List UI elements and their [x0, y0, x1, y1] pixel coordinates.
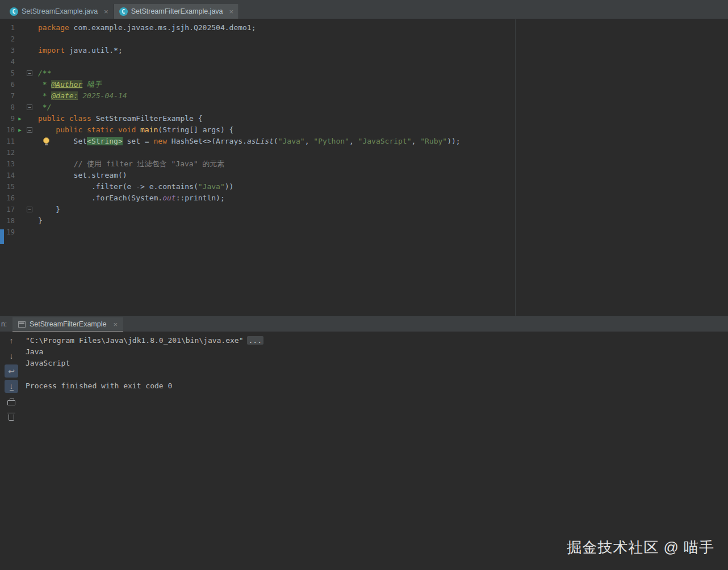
- run-line-icon[interactable]: ▶: [18, 127, 21, 133]
- line-number: 18: [0, 215, 15, 227]
- previous-occurrence-button[interactable]: ↑: [5, 334, 18, 347]
- tab-setstreamexample[interactable]: C SetStreamExample.java ×: [5, 4, 114, 19]
- code-token: [38, 160, 74, 168]
- run-gutter-slot: [15, 79, 25, 90]
- intention-bulb-icon[interactable]: [43, 137, 49, 144]
- editor-gutter[interactable]: 4: [0, 56, 33, 68]
- editor-gutter[interactable]: 19: [0, 227, 33, 238]
- code-text: .filter(e -> e.contains("Java")): [33, 181, 233, 192]
- clear-all-button[interactable]: [5, 410, 18, 424]
- run-gutter-slot: [15, 102, 25, 113]
- code-line[interactable]: 19: [0, 227, 514, 238]
- editor-gutter[interactable]: 14: [0, 170, 33, 181]
- code-line[interactable]: 5−/**: [0, 68, 514, 79]
- run-tab[interactable]: SetStreamFilterExample ×: [12, 317, 123, 332]
- next-occurrence-icon: ↓: [10, 351, 14, 361]
- editor-gutter[interactable]: 6: [0, 79, 33, 90]
- code-line[interactable]: 17− }: [0, 204, 514, 215]
- code-token: set =: [123, 137, 154, 145]
- previous-occurrence-icon: ↑: [10, 336, 14, 345]
- run-console[interactable]: ↑↓↩↓ "C:\Program Files\Java\jdk1.8.0_201…: [0, 332, 728, 570]
- code-line[interactable]: 8− */: [0, 102, 514, 113]
- editor-gutter[interactable]: 10▶−: [0, 124, 33, 136]
- editor-gutter[interactable]: 17−: [0, 204, 33, 215]
- editor-gutter[interactable]: 9▶: [0, 113, 33, 124]
- editor-gutter[interactable]: 16: [0, 192, 33, 204]
- code-token: (String[] args) {: [158, 125, 233, 134]
- code-token: "Java": [198, 182, 225, 191]
- code-line[interactable]: 1package com.example.javase.ms.jsjh.Q202…: [0, 22, 514, 33]
- run-line-icon[interactable]: ▶: [18, 116, 21, 121]
- code-line[interactable]: 15 .filter(e -> e.contains("Java")): [0, 181, 514, 192]
- editor-gutter[interactable]: 13: [0, 158, 33, 170]
- expand-ellipsis-chip[interactable]: ...: [247, 336, 263, 345]
- editor-gutter[interactable]: 2: [0, 33, 33, 45]
- fold-icon[interactable]: −: [27, 207, 32, 212]
- code-token: )): [225, 182, 234, 191]
- code-token: 喵手: [82, 80, 102, 89]
- editor-gutter[interactable]: 11: [0, 136, 33, 147]
- run-label-partial: n:: [1, 320, 7, 328]
- code-line[interactable]: 4: [0, 56, 514, 68]
- code-token: (: [274, 137, 278, 145]
- editor-gutter[interactable]: 3: [0, 45, 33, 56]
- printer-icon: [7, 400, 15, 405]
- code-line[interactable]: 10▶− public static void main(String[] ar…: [0, 124, 514, 136]
- code-editor[interactable]: 1package com.example.javase.ms.jsjh.Q202…: [0, 19, 728, 316]
- code-text: Set<String> set = new HashSet<>(Arrays.a…: [33, 136, 461, 147]
- scroll-to-end-button[interactable]: ↓: [5, 380, 18, 393]
- soft-wrap-button[interactable]: ↩: [5, 364, 18, 378]
- run-gutter-slot: ▶: [15, 124, 25, 136]
- code-text: [33, 56, 38, 68]
- run-gutter-slot: [15, 136, 25, 147]
- code-line[interactable]: 7 * @date: 2025-04-14: [0, 90, 514, 102]
- code-token: SetStreamFilterExample {: [91, 114, 203, 123]
- editor-gutter[interactable]: 1: [0, 22, 33, 33]
- code-token: // 使用 filter 过滤包含 "Java" 的元素: [74, 160, 225, 168]
- code-line[interactable]: 16 .forEach(System.out::println);: [0, 192, 514, 204]
- run-gutter-slot: [15, 90, 25, 102]
- code-token: *: [38, 91, 51, 100]
- code-token: }: [38, 205, 60, 213]
- console-icon: [18, 321, 26, 328]
- code-line[interactable]: 11 Set<String> set = new HashSet<>(Array…: [0, 136, 514, 147]
- fold-icon[interactable]: −: [27, 70, 32, 76]
- code-line[interactable]: 13 // 使用 filter 过滤包含 "Java" 的元素: [0, 158, 514, 170]
- editor-gutter[interactable]: 15: [0, 181, 33, 192]
- code-line[interactable]: 2: [0, 33, 514, 45]
- code-lines: 1package com.example.javase.ms.jsjh.Q202…: [0, 22, 514, 238]
- code-token: main: [140, 125, 158, 134]
- code-token: ,: [349, 137, 358, 145]
- console-token: Process finished with exit code 0: [26, 382, 172, 390]
- code-token: static: [87, 125, 114, 134]
- close-tab-icon[interactable]: ×: [104, 8, 108, 15]
- code-token: @Author: [51, 80, 82, 89]
- code-line[interactable]: 12: [0, 147, 514, 158]
- close-run-tab-icon[interactable]: ×: [113, 321, 118, 328]
- code-line[interactable]: 9▶public class SetStreamFilterExample {: [0, 113, 514, 124]
- code-token: com.example.javase.ms.jsjh.Q202504.demo1…: [69, 23, 256, 32]
- print-button[interactable]: [5, 395, 18, 408]
- editor-gutter[interactable]: 7: [0, 90, 33, 102]
- code-line[interactable]: 18}: [0, 215, 514, 227]
- run-gutter-slot: [15, 45, 25, 56]
- code-token: out: [162, 194, 175, 202]
- code-line[interactable]: 14 set.stream(): [0, 170, 514, 181]
- tab-label: SetStreamFilterExample.java: [131, 7, 223, 15]
- tab-setstreamfilterexample[interactable]: C SetStreamFilterExample.java ×: [114, 4, 239, 19]
- code-token: import: [38, 46, 65, 55]
- editor-gutter[interactable]: 18: [0, 215, 33, 227]
- fold-icon[interactable]: −: [27, 104, 32, 110]
- fold-icon[interactable]: −: [27, 127, 32, 133]
- close-tab-icon[interactable]: ×: [229, 8, 234, 15]
- editor-gutter[interactable]: 8−: [0, 102, 33, 113]
- editor-left-stripe-mark: [0, 229, 4, 244]
- code-line[interactable]: 3import java.util.*;: [0, 45, 514, 56]
- next-occurrence-button[interactable]: ↓: [5, 349, 18, 362]
- line-number: 12: [0, 147, 15, 158]
- code-line[interactable]: 6 * @Author 喵手: [0, 79, 514, 90]
- editor-gutter[interactable]: 5−: [0, 68, 33, 79]
- editor-gutter[interactable]: 12: [0, 147, 33, 158]
- line-number: 6: [0, 79, 15, 90]
- fold-slot: [25, 22, 33, 33]
